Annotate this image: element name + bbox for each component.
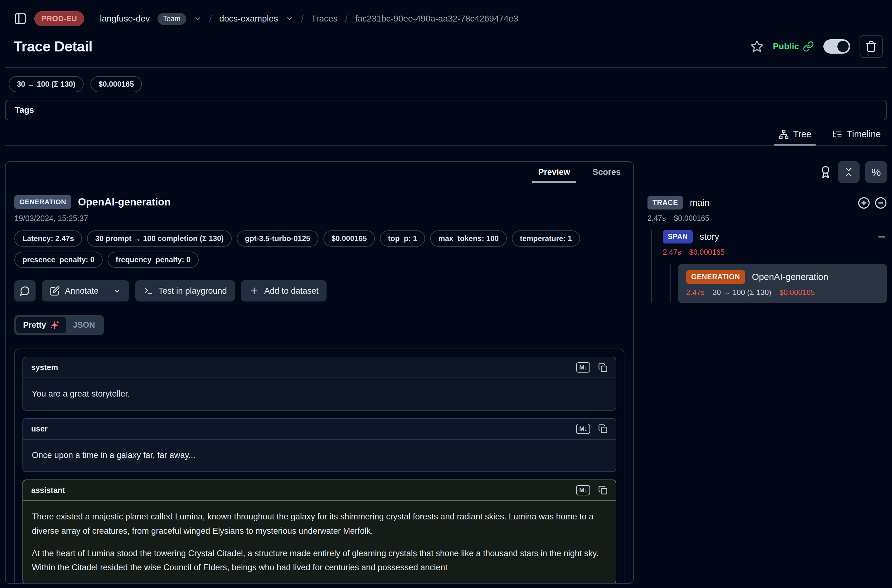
model-badge: gpt-3.5-turbo-0125	[237, 230, 318, 247]
temperature-badge: temperature: 1	[512, 230, 580, 247]
tree-node-span[interactable]: SPAN story	[663, 230, 887, 243]
message-role: system	[31, 363, 58, 372]
copy-icon[interactable]	[598, 424, 608, 434]
message-content: You are a great storyteller.	[23, 378, 616, 410]
comment-button[interactable]	[14, 280, 36, 302]
top-p-badge: top_p: 1	[380, 230, 425, 247]
message-header: system M↓	[23, 357, 616, 378]
span-metrics: 2.47s $0.000165	[663, 248, 887, 256]
user-message: user M↓ Once upon a time in a galaxy far…	[23, 418, 616, 472]
comment-icon	[20, 286, 30, 296]
observation-panel: Preview Scores GENERATION OpenAI-generat…	[5, 161, 634, 584]
timeline-icon	[832, 129, 842, 140]
divider	[5, 68, 887, 68]
trace-children: SPAN story 2.47s $0.000165 GENERATION Op…	[651, 230, 887, 303]
percent-icon: %	[871, 166, 881, 178]
generation-metrics: 2.47s 30 → 100 (Σ 130) $0.000165	[686, 288, 879, 297]
tab-scores[interactable]: Scores	[589, 162, 624, 183]
public-label: Public	[773, 42, 799, 51]
annotate-button[interactable]: Annotate	[42, 280, 129, 302]
slash-separator: /	[345, 14, 347, 24]
chevron-down-icon[interactable]	[194, 15, 202, 23]
generation-latency: 2.47s	[686, 288, 704, 297]
title-actions: Public	[751, 35, 883, 58]
pretty-label: Pretty	[23, 320, 46, 330]
trace-type-badge: TRACE	[647, 196, 683, 210]
trace-latency: 2.47s	[647, 214, 666, 223]
chevron-down-icon[interactable]	[113, 287, 121, 295]
presence-penalty-badge: presence_penalty: 0	[14, 252, 103, 268]
assistant-message: assistant M↓ There existed a majestic pl…	[23, 480, 616, 584]
span-type-badge: SPAN	[663, 230, 693, 243]
terminal-icon	[143, 286, 153, 296]
breadcrumb-org[interactable]: langfuse-dev	[100, 14, 150, 24]
observation-badges: Latency: 2.47s 30 prompt → 100 completio…	[14, 230, 625, 268]
message-header: assistant M↓	[23, 480, 616, 501]
markdown-toggle-icon[interactable]: M↓	[576, 362, 590, 373]
span-latency: 2.47s	[663, 248, 681, 256]
format-pretty[interactable]: Pretty	[16, 317, 66, 333]
message-role: assistant	[31, 486, 65, 495]
collapse-all-button[interactable]	[838, 161, 860, 183]
generation-cost: $0.000165	[779, 288, 815, 297]
plus-circle-icon[interactable]	[858, 197, 870, 209]
environment-badge: PROD-EU	[34, 11, 84, 26]
copy-icon[interactable]	[598, 363, 608, 372]
panel-body: GENERATION OpenAI-generation 19/03/2024,…	[6, 183, 633, 584]
copy-icon[interactable]	[598, 485, 608, 495]
message-content: Once upon a time in a galaxy far, far aw…	[23, 440, 616, 471]
tags-box[interactable]: Tags	[5, 100, 887, 120]
panel-tabs: Preview Scores	[6, 162, 633, 183]
tree-node-generation-selected[interactable]: GENERATION OpenAI-generation 2.47s 30 → …	[678, 264, 887, 303]
playground-button[interactable]: Test in playground	[135, 280, 235, 302]
breadcrumb-trace-id[interactable]: fac231bc-90ee-490a-aa32-78c4269474e3	[355, 14, 518, 24]
title-row: Trace Detail Public	[5, 35, 887, 58]
tab-tree-label: Tree	[793, 129, 811, 140]
breadcrumb-section[interactable]: Traces	[311, 14, 338, 24]
metrics-toggle-button[interactable]: %	[865, 161, 887, 183]
org-type-badge[interactable]: Team	[158, 13, 186, 25]
add-to-dataset-button[interactable]: Add to dataset	[241, 280, 327, 302]
add-to-dataset-label: Add to dataset	[264, 286, 318, 296]
toggle-knob	[837, 41, 848, 52]
minus-circle-icon[interactable]	[874, 197, 887, 209]
markdown-toggle-icon[interactable]: M↓	[576, 424, 590, 434]
chevron-down-icon[interactable]	[285, 15, 293, 23]
tree-toolbar: %	[647, 161, 887, 183]
breadcrumb-divider	[92, 13, 92, 25]
delete-trace-button[interactable]	[860, 35, 883, 58]
award-icon[interactable]	[819, 165, 832, 178]
generation-name: OpenAI-generation	[752, 272, 828, 282]
collapse-node-icon[interactable]	[876, 232, 887, 242]
tree-icon	[779, 129, 789, 140]
format-json[interactable]: JSON	[66, 317, 102, 333]
observation-header: GENERATION OpenAI-generation	[14, 195, 625, 209]
span-name: story	[700, 232, 719, 242]
token-usage-badge: 30 → 100 (Σ 130)	[9, 76, 84, 92]
markdown-toggle-icon[interactable]: M↓	[576, 485, 590, 495]
link-icon	[803, 41, 814, 52]
message-header: user M↓	[23, 419, 616, 440]
message-tools: M↓	[576, 424, 608, 434]
main-content: Preview Scores GENERATION OpenAI-generat…	[5, 161, 887, 584]
cost-badge: $0.000165	[323, 230, 375, 247]
cost-badge: $0.000165	[90, 76, 142, 92]
sidebar-toggle-icon[interactable]	[14, 12, 27, 25]
star-icon[interactable]	[751, 40, 763, 53]
edit-icon	[50, 286, 60, 296]
system-message: system M↓ You are a great storyteller.	[23, 357, 616, 411]
breadcrumb-project[interactable]: docs-examples	[219, 14, 278, 24]
tree-zoom-controls	[858, 197, 887, 209]
tab-preview[interactable]: Preview	[535, 162, 573, 183]
public-toggle[interactable]	[823, 39, 850, 54]
trace-name: main	[690, 198, 710, 208]
public-link[interactable]: Public	[773, 41, 814, 52]
generation-tokens: 30 → 100 (Σ 130)	[713, 288, 771, 297]
tab-timeline[interactable]: Timeline	[830, 126, 883, 145]
tree-node-trace[interactable]: TRACE main	[647, 196, 887, 210]
span-children: GENERATION OpenAI-generation 2.47s 30 → …	[670, 264, 887, 303]
span-cost: $0.000165	[689, 248, 725, 256]
tab-tree[interactable]: Tree	[777, 126, 813, 145]
slash-separator: /	[301, 14, 303, 24]
observation-timestamp: 19/03/2024, 15:25:37	[14, 214, 625, 223]
